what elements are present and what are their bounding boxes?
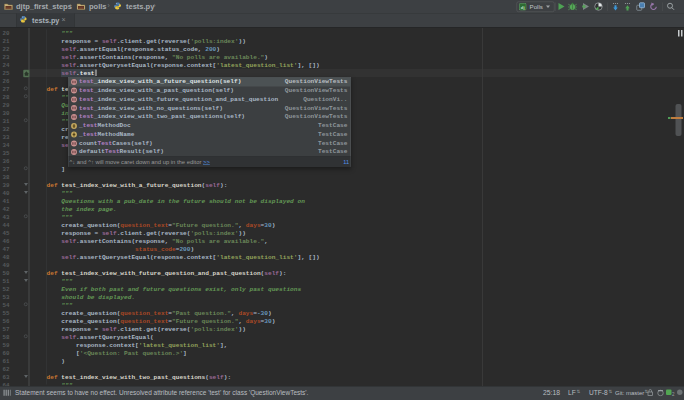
svg-text:dj: dj — [521, 5, 525, 10]
